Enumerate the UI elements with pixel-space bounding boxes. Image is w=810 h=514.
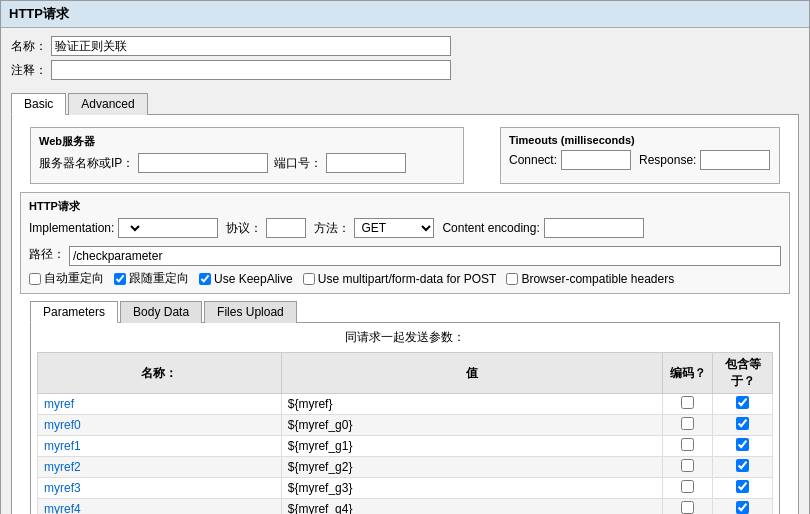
- name-row: 名称：: [11, 36, 799, 56]
- param-name: myref0: [38, 415, 282, 436]
- name-input[interactable]: [51, 36, 451, 56]
- param-name: myref: [38, 394, 282, 415]
- inner-tabs-container: Parameters Body Data Files Upload: [30, 300, 780, 323]
- timeouts-title: Timeouts (milliseconds): [509, 134, 771, 146]
- col-name: 名称：: [38, 353, 282, 394]
- implementation-select[interactable]: [119, 219, 143, 237]
- server-input[interactable]: [138, 153, 268, 173]
- response-input[interactable]: [700, 150, 770, 170]
- path-input[interactable]: [69, 246, 781, 266]
- param-encode[interactable]: [663, 499, 713, 515]
- server-timeout-row: Web服务器 服务器名称或IP： 端口号： Timeouts (millisec…: [20, 123, 790, 188]
- server-label: 服务器名称或IP：: [39, 155, 134, 172]
- keep-alive-label: Use KeepAlive: [214, 272, 293, 286]
- keep-alive-cb[interactable]: Use KeepAlive: [199, 272, 293, 286]
- param-include[interactable]: [713, 478, 773, 499]
- main-tab-bar: Basic Advanced: [11, 92, 799, 115]
- follow-redirect-label: 跟随重定向: [129, 270, 189, 287]
- params-header: 同请求一起发送参数：: [37, 329, 773, 346]
- connect-input[interactable]: [561, 150, 631, 170]
- encoding-input[interactable]: [544, 218, 644, 238]
- param-value: ${myref_g0}: [281, 415, 662, 436]
- param-include[interactable]: [713, 415, 773, 436]
- table-row: myref3 ${myref_g3}: [38, 478, 773, 499]
- param-encode[interactable]: [663, 415, 713, 436]
- param-value: ${myref_g4}: [281, 499, 662, 515]
- port-input[interactable]: [326, 153, 406, 173]
- col-value: 值: [281, 353, 662, 394]
- web-server-title: Web服务器: [39, 134, 455, 149]
- auto-redirect-label: 自动重定向: [44, 270, 104, 287]
- inner-tab-bar: Parameters Body Data Files Upload: [30, 300, 780, 323]
- params-table: 名称： 值 编码？ 包含等于？ myref ${myref} myref0 ${…: [37, 352, 773, 514]
- multipart-cb[interactable]: Use multipart/form-data for POST: [303, 272, 497, 286]
- tab-basic[interactable]: Basic: [11, 93, 66, 115]
- method-select-wrapper[interactable]: GETPOSTPUTDELETEHEADOPTIONSPATCHTRACE: [354, 218, 434, 238]
- param-name: myref4: [38, 499, 282, 515]
- notes-input[interactable]: [51, 60, 451, 80]
- param-name: myref3: [38, 478, 282, 499]
- main-tab-content: Web服务器 服务器名称或IP： 端口号： Timeouts (millisec…: [11, 115, 799, 514]
- param-include[interactable]: [713, 457, 773, 478]
- web-server-section: Web服务器 服务器名称或IP： 端口号：: [30, 127, 464, 184]
- param-value: ${myref}: [281, 394, 662, 415]
- browser-headers-label: Browser-compatible headers: [521, 272, 674, 286]
- connect-label: Connect:: [509, 153, 557, 167]
- main-tabs-container: Basic Advanced Web服务器 服务器名称或IP： 端口号： Tim…: [11, 92, 799, 514]
- param-encode[interactable]: [663, 436, 713, 457]
- param-encode[interactable]: [663, 478, 713, 499]
- tab-parameters[interactable]: Parameters: [30, 301, 118, 323]
- follow-redirect-cb[interactable]: 跟随重定向: [114, 270, 189, 287]
- encoding-label: Content encoding:: [442, 221, 539, 235]
- param-include[interactable]: [713, 499, 773, 515]
- name-label: 名称：: [11, 38, 47, 55]
- auto-redirect-cb[interactable]: 自动重定向: [29, 270, 104, 287]
- param-name: myref1: [38, 436, 282, 457]
- http-fields-row: Implementation: 协议： 方法： GETPOSTPUTDELETE…: [29, 218, 781, 238]
- table-row: myref1 ${myref_g1}: [38, 436, 773, 457]
- browser-headers-cb[interactable]: Browser-compatible headers: [506, 272, 674, 286]
- table-row: myref4 ${myref_g4}: [38, 499, 773, 515]
- method-label: 方法：: [314, 220, 350, 237]
- parameters-tab-content: 同请求一起发送参数： 名称： 值 编码？ 包含等于？ myref ${myref…: [30, 323, 780, 514]
- param-value: ${myref_g2}: [281, 457, 662, 478]
- protocol-input[interactable]: [266, 218, 306, 238]
- path-row: 路径：: [29, 242, 781, 266]
- tab-files-upload[interactable]: Files Upload: [204, 301, 297, 323]
- table-row: myref0 ${myref_g0}: [38, 415, 773, 436]
- param-value: ${myref_g1}: [281, 436, 662, 457]
- param-encode[interactable]: [663, 394, 713, 415]
- param-include[interactable]: [713, 436, 773, 457]
- http-request-title: HTTP请求: [29, 199, 781, 214]
- tab-advanced[interactable]: Advanced: [68, 93, 147, 115]
- port-label: 端口号：: [274, 155, 322, 172]
- checkboxes-row: 自动重定向 跟随重定向 Use KeepAlive Use multipart/…: [29, 270, 781, 287]
- main-window: HTTP请求 名称： 注释： Basic Advanced Web服务器 服务器…: [0, 0, 810, 514]
- form-area: 名称： 注释：: [1, 28, 809, 92]
- path-label: 路径：: [29, 246, 65, 263]
- param-value: ${myref_g3}: [281, 478, 662, 499]
- param-encode[interactable]: [663, 457, 713, 478]
- param-include[interactable]: [713, 394, 773, 415]
- param-name: myref2: [38, 457, 282, 478]
- notes-row: 注释：: [11, 60, 799, 80]
- multipart-label: Use multipart/form-data for POST: [318, 272, 497, 286]
- timeouts-section: Timeouts (milliseconds) Connect: Respons…: [500, 127, 780, 184]
- params-table-header: 名称： 值 编码？ 包含等于？: [38, 353, 773, 394]
- server-field-row: 服务器名称或IP： 端口号：: [39, 153, 455, 173]
- method-select[interactable]: GETPOSTPUTDELETEHEADOPTIONSPATCHTRACE: [355, 219, 434, 237]
- protocol-label: 协议：: [226, 220, 262, 237]
- table-row: myref ${myref}: [38, 394, 773, 415]
- timeout-field-row: Connect: Response:: [509, 150, 771, 170]
- tab-body-data[interactable]: Body Data: [120, 301, 202, 323]
- col-include: 包含等于？: [713, 353, 773, 394]
- http-request-section: HTTP请求 Implementation: 协议： 方法： GETPOSTPU…: [20, 192, 790, 294]
- implementation-label: Implementation:: [29, 221, 114, 235]
- implementation-select-wrapper[interactable]: [118, 218, 218, 238]
- window-title: HTTP请求: [1, 1, 809, 28]
- table-row: myref2 ${myref_g2}: [38, 457, 773, 478]
- notes-label: 注释：: [11, 62, 47, 79]
- response-label: Response:: [639, 153, 696, 167]
- col-encode: 编码？: [663, 353, 713, 394]
